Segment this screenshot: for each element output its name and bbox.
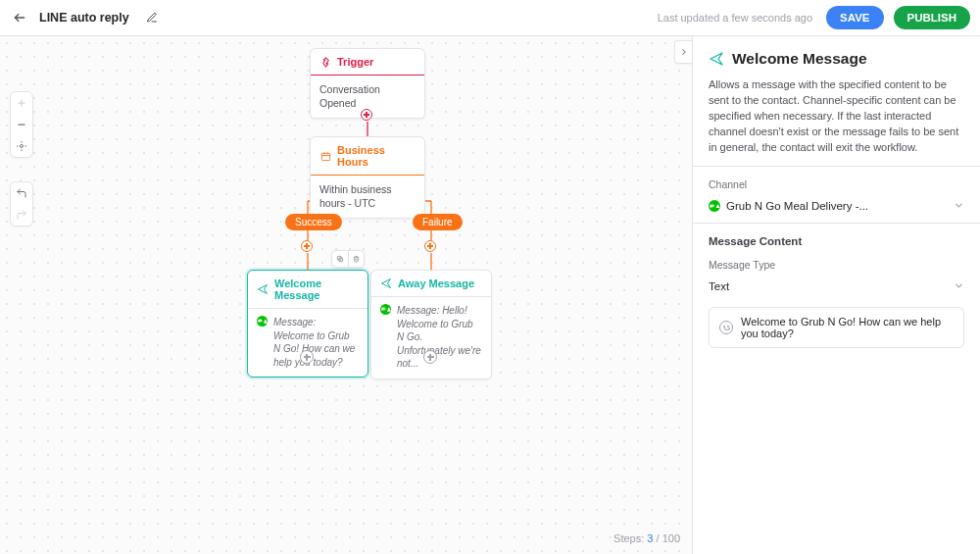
welcome-message-head: Welcome Message: [248, 271, 368, 309]
fit-view-button[interactable]: [11, 135, 32, 157]
welcome-message-body: Message: Welcome to Grub N Go! How can w…: [248, 309, 368, 377]
body: Trigger Conversation Opened Business Hou…: [0, 36, 980, 554]
workflow-title: LINE auto reply: [39, 11, 129, 25]
add-step-after-trigger[interactable]: [361, 109, 372, 121]
send-icon: [380, 277, 392, 289]
steps-counter: Steps: 3 / 100: [613, 532, 680, 544]
message-preview[interactable]: Welcome to Grub N Go! How can we help yo…: [709, 307, 964, 348]
panel-description: Allows a message with the specified cont…: [709, 77, 964, 156]
zoom-tool-rail: [10, 91, 33, 158]
business-hours-head: Business Hours: [311, 137, 424, 176]
failure-branch-chip[interactable]: Failure: [413, 214, 463, 230]
save-button[interactable]: SAVE: [826, 6, 883, 29]
redo-button[interactable]: [11, 204, 32, 226]
message-preview-text: Welcome to Grub N Go! How can we help yo…: [741, 316, 954, 339]
away-message-head: Away Message: [371, 271, 491, 297]
success-branch-chip[interactable]: Success: [285, 214, 342, 230]
workflow-canvas[interactable]: Trigger Conversation Opened Business Hou…: [0, 36, 692, 554]
divider: [693, 223, 980, 224]
calendar-icon: [319, 150, 331, 162]
chevron-down-icon: [954, 200, 964, 213]
away-message-body: Message: Hello! Welcome to Grub N Go. Un…: [371, 297, 491, 378]
undo-button[interactable]: [11, 182, 32, 204]
welcome-message-title: Welcome Message: [274, 277, 359, 301]
away-message-title: Away Message: [398, 277, 474, 289]
trigger-title: Trigger: [337, 56, 373, 68]
line-channel-icon: [380, 304, 391, 315]
svg-rect-21: [321, 153, 329, 160]
message-content-heading: Message Content: [709, 235, 964, 247]
message-type-value: Text: [709, 280, 729, 292]
divider: [693, 166, 980, 167]
trigger-icon: [319, 56, 331, 68]
svg-point-4: [21, 145, 24, 148]
panel-title: Welcome Message: [732, 50, 867, 68]
back-button[interactable]: [10, 8, 29, 27]
node-toolbar: [331, 250, 365, 268]
business-hours-body: Within business hours - UTC: [311, 176, 424, 218]
business-hours-title: Business Hours: [337, 144, 416, 168]
add-step-success-branch[interactable]: [301, 240, 313, 252]
duplicate-node-button[interactable]: [332, 251, 348, 267]
edit-title-button[interactable]: [143, 9, 161, 26]
business-hours-node[interactable]: Business Hours Within business hours - U…: [310, 136, 425, 219]
chevron-down-icon: [954, 280, 964, 293]
collapse-panel-button[interactable]: [674, 40, 692, 64]
away-message-text: Message: Hello! Welcome to Grub N Go. Un…: [397, 304, 482, 371]
delete-node-button[interactable]: [348, 251, 364, 267]
add-step-end-right[interactable]: [423, 350, 437, 364]
zoom-out-button[interactable]: [11, 114, 32, 135]
channel-label: Channel: [709, 178, 964, 190]
zoom-in-button[interactable]: [11, 92, 32, 114]
message-type-label: Message Type: [709, 259, 964, 271]
welcome-message-text: Message: Welcome to Grub N Go! How can w…: [273, 316, 359, 369]
add-step-failure-branch[interactable]: [424, 240, 436, 252]
channel-select[interactable]: Grub N Go Meal Delivery -...: [709, 200, 964, 213]
publish-button[interactable]: PUBLISH: [894, 6, 970, 29]
message-type-select[interactable]: Text: [709, 280, 964, 293]
panel-title-row: Welcome Message: [709, 50, 964, 68]
last-updated-text: Last updated a few seconds ago: [658, 12, 812, 24]
smiley-icon: [719, 321, 733, 334]
send-icon: [709, 51, 724, 67]
header: LINE auto reply Last updated a few secon…: [0, 0, 980, 36]
app-root: LINE auto reply Last updated a few secon…: [0, 0, 980, 554]
line-channel-icon: [257, 316, 268, 327]
properties-panel: Welcome Message Allows a message with th…: [692, 36, 980, 554]
add-step-end-left[interactable]: [300, 350, 314, 364]
line-channel-icon: [709, 200, 720, 212]
send-icon: [257, 283, 269, 295]
history-tool-rail: [10, 181, 33, 227]
trigger-node-head: Trigger: [311, 49, 424, 76]
channel-value: Grub N Go Meal Delivery -...: [726, 200, 868, 212]
